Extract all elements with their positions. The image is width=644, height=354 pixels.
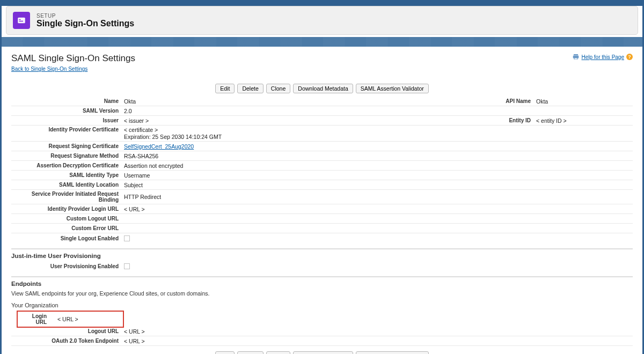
assert-decrypt-value: Assertion not encrypted <box>124 161 633 170</box>
jit-enabled-label: User Provisioning Enabled <box>11 262 124 270</box>
saml-version-label: SAML Version <box>11 107 124 115</box>
delete-button[interactable]: Delete <box>237 84 263 93</box>
jit-title: Just-in-time User Provisioning <box>11 251 633 261</box>
sp-binding-label: Service Provider Initiated Request Bindi… <box>11 190 124 204</box>
delete-button-bottom[interactable]: Delete <box>237 351 263 354</box>
decorative-band <box>2 37 642 47</box>
row-identity-type: SAML Identity Type Username <box>11 171 633 180</box>
your-org-title: Your Organization <box>11 300 633 312</box>
svg-rect-0 <box>18 18 25 24</box>
row-jit-enabled: User Provisioning Enabled <box>11 261 633 271</box>
api-name-label: API Name <box>472 97 536 105</box>
assert-decrypt-label: Assertion Decryption Certificate <box>11 161 124 169</box>
row-idp-login-url: Identity Provider Login URL < URL > <box>11 204 633 214</box>
identity-type-label: SAML Identity Type <box>11 171 124 179</box>
jit-enabled-value <box>124 262 633 270</box>
idp-cert-label: Identity Provider Certificate <box>11 126 124 134</box>
idp-login-label: Identity Provider Login URL <box>11 205 124 213</box>
help-link[interactable]: Help for this Page <box>582 54 625 60</box>
sp-binding-value: HTTP Redirect <box>124 193 633 201</box>
api-name-value: Okta <box>536 97 633 106</box>
req-sign-cert-link[interactable]: SelfSignedCert_25Aug2020 <box>124 142 633 151</box>
clone-button-bottom[interactable]: Clone <box>266 351 290 354</box>
jit-section: Just-in-time User Provisioning User Prov… <box>11 248 633 271</box>
entity-id-label: Entity ID <box>472 116 536 124</box>
saml-validator-button-bottom[interactable]: SAML Assertion Validator <box>356 351 429 354</box>
req-sig-method-label: Request Signature Method <box>11 152 124 160</box>
oauth-value: < URL > <box>124 337 633 345</box>
req-sig-method-value: RSA-SHA256 <box>124 152 633 160</box>
help-icon[interactable]: ? <box>626 54 633 60</box>
row-req-sign-cert: Request Signing Certificate SelfSignedCe… <box>11 142 633 151</box>
sso-header-icon <box>13 12 30 29</box>
edit-button-bottom[interactable]: Edit <box>215 351 235 354</box>
logout-url-value: < URL > <box>124 327 633 336</box>
setup-header: SETUP Single Sign-On Settings <box>6 6 638 35</box>
name-value: Okta <box>124 97 472 106</box>
row-sp-binding: Service Provider Initiated Request Bindi… <box>11 190 633 204</box>
svg-rect-2 <box>19 21 24 22</box>
custom-logout-label: Custom Logout URL <box>11 215 124 223</box>
login-url-highlight: Login URL < URL > <box>17 311 124 328</box>
jit-checkbox <box>124 263 130 269</box>
row-assert-decrypt: Assertion Decryption Certificate Asserti… <box>11 161 633 171</box>
endpoints-desc: View SAML endpoints for your org, Experi… <box>11 289 633 300</box>
idp-cert-text: < certificate > <box>124 127 633 133</box>
req-sign-cert-label: Request Signing Certificate <box>11 142 124 150</box>
saml-version-value: 2.0 <box>124 107 633 115</box>
logout-url-label: Logout URL <box>11 327 124 335</box>
slo-checkbox <box>124 235 130 241</box>
oauth-label: OAuth 2.0 Token Endpoint <box>11 337 124 345</box>
issuer-label: Issuer <box>11 116 124 124</box>
endpoints-title: Endpoints <box>11 279 633 289</box>
header-title: Single Sign-On Settings <box>36 19 134 28</box>
idp-cert-expiration: Expiration: 25 Sep 2030 14:10:24 GMT <box>124 134 633 140</box>
back-to-sso-link[interactable]: Back to Single Sign-On Settings <box>11 66 87 72</box>
slo-enabled-value <box>124 234 633 242</box>
name-label: Name <box>11 97 124 105</box>
row-login-url: Login URL < URL > <box>11 312 633 327</box>
identity-type-value: Username <box>124 171 633 180</box>
custom-error-value <box>124 227 633 230</box>
row-issuer: Issuer < issuer > Entity ID < entity ID … <box>11 116 633 126</box>
setup-label: SETUP <box>36 13 134 19</box>
edit-button[interactable]: Edit <box>215 84 235 93</box>
action-button-row-bottom: Edit Delete Clone Download Metadata SAML… <box>11 351 633 354</box>
print-icon[interactable] <box>572 53 580 61</box>
row-identity-location: SAML Identity Location Subject <box>11 180 633 190</box>
row-custom-error: Custom Error URL <box>11 224 633 233</box>
idp-login-value: < URL > <box>124 205 633 213</box>
custom-error-label: Custom Error URL <box>11 224 124 232</box>
slo-enabled-label: Single Logout Enabled <box>11 234 124 242</box>
row-logout-url: Logout URL < URL > <box>11 327 633 336</box>
saml-validator-button[interactable]: SAML Assertion Validator <box>356 84 429 93</box>
login-url-value: < URL > <box>57 316 78 322</box>
issuer-value: < issuer > <box>124 116 472 125</box>
row-slo-enabled: Single Logout Enabled <box>11 233 633 243</box>
row-idp-cert: Identity Provider Certificate < certific… <box>11 126 633 142</box>
clone-button[interactable]: Clone <box>266 84 290 93</box>
page-title: SAML Single Sign-On Settings <box>11 53 135 64</box>
endpoints-section: Endpoints View SAML endpoints for your o… <box>11 276 633 346</box>
row-req-sig-method: Request Signature Method RSA-SHA256 <box>11 151 633 161</box>
svg-rect-1 <box>19 19 21 20</box>
row-saml-version: SAML Version 2.0 <box>11 106 633 116</box>
row-name: Name Okta API Name Okta <box>11 97 633 106</box>
custom-logout-value <box>124 218 633 220</box>
identity-loc-label: SAML Identity Location <box>11 181 124 189</box>
download-metadata-button[interactable]: Download Metadata <box>293 84 353 93</box>
row-custom-logout: Custom Logout URL <box>11 214 633 224</box>
entity-id-value: < entity ID > <box>536 116 633 125</box>
idp-cert-value: < certificate > Expiration: 25 Sep 2030 … <box>124 126 633 141</box>
row-oauth-endpoint: OAuth 2.0 Token Endpoint < URL > <box>11 336 633 346</box>
identity-loc-value: Subject <box>124 181 633 189</box>
action-button-row-top: Edit Delete Clone Download Metadata SAML… <box>11 84 633 93</box>
login-url-label: Login URL <box>20 312 52 326</box>
download-metadata-button-bottom[interactable]: Download Metadata <box>293 351 353 354</box>
